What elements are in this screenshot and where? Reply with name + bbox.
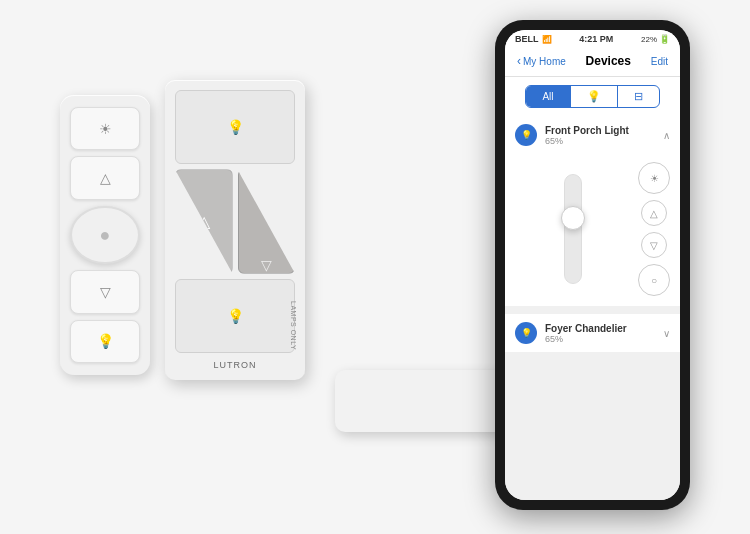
back-label: My Home [523, 56, 566, 67]
device-1-header[interactable]: 💡 Front Porch Light 65% ∧ [505, 116, 680, 154]
battery-icon: 🔋 [659, 34, 670, 44]
nav-bar: ‹ My Home Devices Edit [505, 48, 680, 77]
device-2-info: Foyer Chandelier 65% [545, 323, 655, 344]
dimmer-switch: 💡 △ ▽ 💡 LUTRON LAMPS ONLY [165, 80, 305, 380]
device-1-bulb-icon: 💡 [521, 130, 532, 140]
wifi-icon: 📶 [542, 35, 552, 44]
device-1-chevron[interactable]: ∧ [663, 130, 670, 141]
status-left: BELL 📶 [515, 34, 552, 44]
device-2-chevron[interactable]: ∨ [663, 328, 670, 339]
dimmer-bulb-bottom-btn[interactable]: 💡 [175, 279, 295, 353]
remote-center-btn[interactable]: ● [70, 206, 140, 265]
scene: ☀ △ ● ▽ 💡 💡 △ ▽ [0, 0, 750, 534]
device-item-1: 💡 Front Porch Light 65% ∧ [505, 116, 680, 306]
dimmer-up-icon: △ [198, 212, 210, 231]
phone-screen: BELL 📶 4:21 PM 22% 🔋 ‹ My Home Devi [505, 30, 680, 500]
filter-light-tab[interactable]: 💡 [570, 86, 617, 107]
dimmer-bulb-top-btn[interactable]: 💡 [175, 90, 295, 164]
filter-tabs: All 💡 ⊟ [525, 85, 659, 108]
device-2-header[interactable]: 💡 Foyer Chandelier 65% ∨ [505, 314, 680, 352]
filter-bar: All 💡 ⊟ [505, 77, 680, 116]
remote-down-btn[interactable]: ▽ [70, 270, 140, 313]
brightness-max-btn[interactable]: ☀ [638, 162, 670, 194]
remote-control: ☀ △ ● ▽ 💡 [60, 95, 150, 375]
raise-icon: △ [650, 208, 658, 219]
light-icon: 💡 [97, 333, 114, 349]
slider-track[interactable] [564, 174, 582, 284]
raise-btn[interactable]: △ [641, 200, 667, 226]
device-2-icon: 💡 [515, 322, 537, 344]
lutron-hub [335, 370, 510, 432]
bulb-icon: 💡 [227, 119, 244, 135]
control-buttons: ☀ △ ▽ ○ [638, 162, 670, 296]
dimmer-brand-label: LUTRON [175, 360, 295, 370]
dimmer-down-icon: ▽ [261, 257, 272, 273]
device-1-controls: ☀ △ ▽ ○ [505, 154, 680, 306]
remote-up-btn[interactable]: △ [70, 156, 140, 199]
back-button[interactable]: ‹ My Home [517, 54, 566, 68]
off-btn[interactable]: ○ [638, 264, 670, 296]
all-label: All [542, 91, 553, 102]
device-2-pct: 65% [545, 334, 655, 344]
remote-bright-btn[interactable]: ☀ [70, 107, 140, 150]
carrier-label: BELL [515, 34, 539, 44]
status-right: 22% 🔋 [641, 34, 670, 44]
remote-light-btn[interactable]: 💡 [70, 320, 140, 363]
off-icon: ○ [651, 275, 657, 286]
dimmer-down-btn[interactable]: ▽ [238, 169, 296, 273]
separator [505, 307, 680, 313]
nav-title: Devices [586, 54, 631, 68]
battery-label: 22% [641, 35, 657, 44]
down-icon: ▽ [100, 284, 111, 300]
circle-icon: ● [100, 225, 111, 246]
switch-filter-icon: ⊟ [634, 90, 643, 103]
device-item-2: 💡 Foyer Chandelier 65% ∨ [505, 314, 680, 352]
device-2-bulb-icon: 💡 [521, 328, 532, 338]
dimmer-sublabel: LAMPS ONLY [290, 301, 297, 350]
lower-btn[interactable]: ▽ [641, 232, 667, 258]
phone: BELL 📶 4:21 PM 22% 🔋 ‹ My Home Devi [495, 20, 690, 510]
slider-thumb[interactable] [561, 206, 585, 230]
device-1-icon: 💡 [515, 124, 537, 146]
status-time: 4:21 PM [579, 34, 613, 44]
brightness-max-icon: ☀ [650, 173, 659, 184]
device-1-name: Front Porch Light [545, 125, 655, 136]
filter-all-tab[interactable]: All [526, 86, 569, 107]
filter-switch-tab[interactable]: ⊟ [617, 86, 659, 107]
brightness-slider[interactable] [515, 162, 630, 296]
status-bar: BELL 📶 4:21 PM 22% 🔋 [505, 30, 680, 48]
lower-icon: ▽ [650, 240, 658, 251]
dimmer-up-btn[interactable]: △ [175, 169, 233, 273]
device-2-name: Foyer Chandelier [545, 323, 655, 334]
up-icon: △ [100, 170, 111, 186]
phone-outer: BELL 📶 4:21 PM 22% 🔋 ‹ My Home Devi [495, 20, 690, 510]
device-1-pct: 65% [545, 136, 655, 146]
device-list: 💡 Front Porch Light 65% ∧ [505, 116, 680, 500]
edit-button[interactable]: Edit [651, 56, 668, 67]
device-1-info: Front Porch Light 65% [545, 125, 655, 146]
light-filter-icon: 💡 [587, 90, 601, 103]
chevron-left-icon: ‹ [517, 54, 521, 68]
sun-icon: ☀ [99, 121, 112, 137]
bulb-bottom-icon: 💡 [227, 308, 244, 324]
